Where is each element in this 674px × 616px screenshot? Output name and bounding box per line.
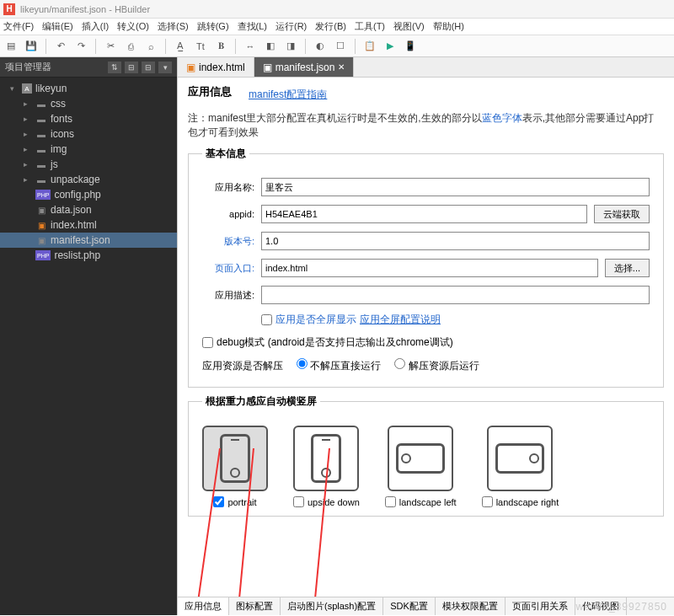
debug-label: debug模式 (android是否支持日志输出及chrome调试) <box>217 335 453 350</box>
watermark: weixin_39927850 <box>576 601 667 613</box>
resource-radio-2[interactable] <box>394 358 405 369</box>
menu-file[interactable]: 文件(F) <box>3 20 34 33</box>
window-title: likeyun/manifest.json - HBuilder <box>20 4 150 14</box>
bottom-tab-5[interactable]: 页面引用关系 <box>506 597 575 615</box>
menu-find[interactable]: 查找(L) <box>238 20 267 33</box>
resource-opt2[interactable]: 解压资源后运行 <box>394 358 479 373</box>
sidebar-tool-icon[interactable]: ⊟ <box>125 62 138 73</box>
menu-edit[interactable]: 编辑(E) <box>42 20 73 33</box>
fullscreen-help-link[interactable]: 应用全屏配置说明 <box>360 313 441 327</box>
tool-run-icon[interactable]: ▶ <box>382 39 398 54</box>
menu-help[interactable]: 帮助(H) <box>433 20 464 33</box>
cloud-fetch-button[interactable]: 云端获取 <box>594 205 650 223</box>
menu-select[interactable]: 选择(S) <box>158 20 189 33</box>
tool-undo-icon[interactable]: ↶ <box>53 39 68 54</box>
appname-label: 应用名称: <box>202 181 254 194</box>
sidebar-header: 项目管理器 ⇅ ⊟ ⊟ ▾ <box>0 57 177 78</box>
tool-icon[interactable]: ◧ <box>263 39 278 54</box>
sidebar-tool-icon[interactable]: ⊟ <box>142 62 155 73</box>
sidebar-tool-icon[interactable]: ⇅ <box>108 62 121 73</box>
tool-icon[interactable]: ↔ <box>243 39 258 54</box>
tree-item-unpackage[interactable]: ▸▬unpackage <box>0 172 177 187</box>
tool-new-icon[interactable]: ▤ <box>3 39 19 54</box>
menu-goto[interactable]: 跳转(G) <box>197 20 229 33</box>
resource-label: 应用资源是否解压 <box>202 359 283 373</box>
tree-item-data-json[interactable]: ▣data.json <box>0 202 177 217</box>
resource-radio-1[interactable] <box>297 358 308 369</box>
desc-label: 应用描述: <box>202 289 254 302</box>
tree-item-img[interactable]: ▸▬img <box>0 142 177 157</box>
desc-input[interactable] <box>261 286 650 304</box>
guide-link[interactable]: manifest配置指南 <box>249 88 327 102</box>
debug-checkbox[interactable] <box>202 337 213 348</box>
tree-item-js[interactable]: ▸▬js <box>0 157 177 172</box>
tool-icon[interactable]: ⌕ <box>143 39 158 54</box>
tree-item-icons[interactable]: ▸▬icons <box>0 126 177 142</box>
version-label: 版本号: <box>202 235 254 248</box>
fullscreen-checkbox[interactable] <box>261 314 272 325</box>
orient-landscape-left[interactable]: landscape left <box>385 426 457 507</box>
editor-tabs: ▣ index.html ▣ manifest.json ✕ <box>178 57 674 78</box>
tree-item-config-php[interactable]: PHPconfig.php <box>0 187 177 202</box>
select-button[interactable]: 选择... <box>605 259 650 277</box>
tab-icon: ▣ <box>186 62 195 73</box>
appname-input[interactable] <box>261 178 650 196</box>
sidebar: 项目管理器 ⇅ ⊟ ⊟ ▾ ▾Alikeyun▸▬css▸▬fonts▸▬ico… <box>0 57 177 615</box>
app-logo: H <box>3 3 15 15</box>
tool-icon[interactable]: ◨ <box>283 39 298 54</box>
editor-area: ▣ index.html ▣ manifest.json ✕ 应用信息 mani… <box>177 57 674 615</box>
orientation-title: 根据重力感应自动横竖屏 <box>202 394 320 409</box>
tool-save-icon[interactable]: 💾 <box>24 39 39 54</box>
menubar: 文件(F) 编辑(E) 插入(I) 转义(O) 选择(S) 跳转(G) 查找(L… <box>0 19 674 35</box>
tool-icon[interactable]: Tt <box>193 39 208 54</box>
orient-checkbox[interactable] <box>213 496 224 507</box>
bottom-tab-4[interactable]: 模块权限配置 <box>436 597 506 615</box>
tool-redo-icon[interactable]: ↷ <box>73 39 88 54</box>
tree-item-index-html[interactable]: ▣index.html <box>0 217 177 233</box>
tree-item-manifest-json[interactable]: ▣manifest.json <box>0 233 177 248</box>
menu-insert[interactable]: 插入(I) <box>82 20 109 33</box>
entry-input[interactable] <box>261 259 598 277</box>
bottom-tab-3[interactable]: SDK配置 <box>383 597 436 615</box>
sidebar-tool-icon[interactable]: ▾ <box>158 62 172 73</box>
tab-index-html[interactable]: ▣ index.html <box>178 57 254 77</box>
tool-icon[interactable]: ⎙ <box>123 39 138 54</box>
orient-checkbox[interactable] <box>385 496 396 507</box>
menu-view[interactable]: 视图(V) <box>393 20 425 33</box>
tool-icon[interactable]: A̲ <box>173 39 188 54</box>
bottom-tab-2[interactable]: 启动图片(splash)配置 <box>281 597 383 615</box>
tool-icon[interactable]: 📱 <box>403 39 418 54</box>
tab-manifest-json[interactable]: ▣ manifest.json ✕ <box>254 57 355 77</box>
orient-upside-down[interactable]: upside down <box>293 426 360 507</box>
tool-icon[interactable]: ☐ <box>333 39 348 54</box>
entry-label: 页面入口: <box>202 262 254 275</box>
menu-run[interactable]: 运行(R) <box>275 20 307 33</box>
tool-icon[interactable]: 𝐁 <box>213 39 228 54</box>
orient-landscape-right[interactable]: landscape right <box>482 426 559 507</box>
titlebar: H likeyun/manifest.json - HBuilder <box>0 0 674 19</box>
appid-input[interactable] <box>261 205 587 223</box>
file-tree: ▾Alikeyun▸▬css▸▬fonts▸▬icons▸▬img▸▬js▸▬u… <box>0 78 177 266</box>
bottom-tab-0[interactable]: 应用信息 <box>178 597 229 615</box>
tree-item-fonts[interactable]: ▸▬fonts <box>0 111 177 126</box>
orient-checkbox[interactable] <box>482 496 493 507</box>
tree-item-likeyun[interactable]: ▾Alikeyun <box>0 81 177 96</box>
tool-cut-icon[interactable]: ✂ <box>103 39 118 54</box>
orient-checkbox[interactable] <box>293 496 304 507</box>
tool-icon[interactable]: 📋 <box>362 39 377 54</box>
tool-icon[interactable]: ◐ <box>313 39 328 54</box>
tree-item-reslist-php[interactable]: PHPreslist.php <box>0 248 177 263</box>
tab-icon: ▣ <box>263 62 272 73</box>
menu-escape[interactable]: 转义(O) <box>117 20 149 33</box>
version-input[interactable] <box>261 232 650 250</box>
bottom-tab-1[interactable]: 图标配置 <box>229 597 281 615</box>
menu-publish[interactable]: 发行(B) <box>315 20 346 33</box>
page-heading: 应用信息 <box>188 84 232 99</box>
menu-tools[interactable]: 工具(T) <box>355 20 385 33</box>
close-icon[interactable]: ✕ <box>338 62 345 72</box>
resource-opt1[interactable]: 不解压直接运行 <box>297 358 381 373</box>
tree-item-css[interactable]: ▸▬css <box>0 96 177 111</box>
orientation-fieldset: 根据重力感应自动横竖屏 portrait upside down landsca… <box>188 394 664 517</box>
manifest-form: 应用信息 manifest配置指南 注：manifest里大部分配置在真机运行时… <box>178 78 674 597</box>
orient-portrait[interactable]: portrait <box>202 426 268 507</box>
